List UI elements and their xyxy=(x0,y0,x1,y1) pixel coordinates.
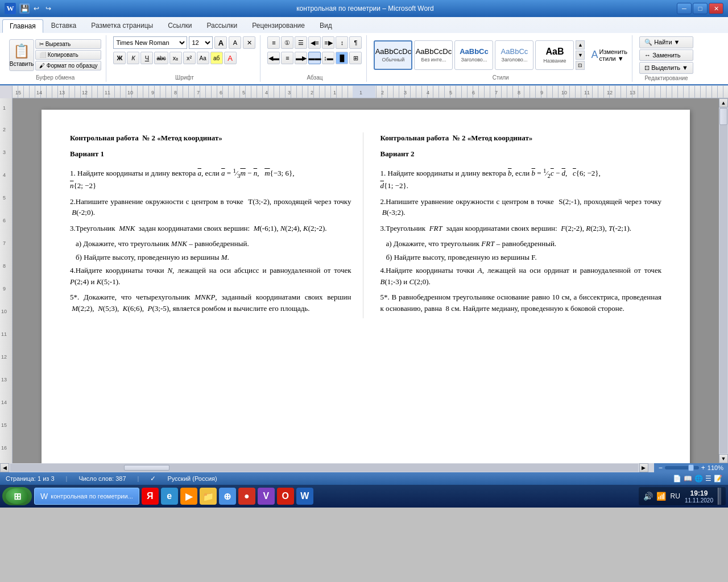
word-count[interactable]: Число слов: 387 xyxy=(78,475,126,482)
find-button[interactable]: 🔍 Найти ▼ xyxy=(639,36,693,48)
document-columns: Контрольная работа № 2 «Метод координат»… xyxy=(70,132,661,318)
line-spacing-button[interactable]: ↕▬ xyxy=(322,52,334,64)
clear-format-button[interactable]: ✕ xyxy=(243,36,255,49)
zoom-slider[interactable] xyxy=(665,466,699,469)
replace-button[interactable]: ↔ Заменить xyxy=(639,49,693,61)
increase-indent-button[interactable]: ≡▶ xyxy=(322,36,334,49)
borders-button[interactable]: ⊞ xyxy=(349,52,362,64)
show-marks-button[interactable]: ¶ xyxy=(349,36,362,49)
shading-button[interactable]: █ xyxy=(336,52,348,64)
scroll-h-thumb[interactable] xyxy=(124,465,169,471)
save-quick[interactable]: 💾 xyxy=(19,3,30,14)
tab-home[interactable]: Главная xyxy=(2,19,43,33)
font-color-button[interactable]: A xyxy=(224,52,237,64)
tab-review[interactable]: Рецензирование xyxy=(245,19,312,33)
style-no-interval-label: Без инте... xyxy=(421,57,446,63)
print-layout-button[interactable]: 📄 xyxy=(673,475,681,483)
minimize-button[interactable]: ─ xyxy=(677,3,692,14)
close-button[interactable]: ✕ xyxy=(709,3,723,14)
strikethrough-button[interactable]: аbc xyxy=(154,52,168,64)
app-icon-red[interactable]: ● xyxy=(238,488,255,505)
superscript-button[interactable]: x² xyxy=(183,52,196,64)
scroll-thumb[interactable] xyxy=(719,108,727,125)
taskbar-word-app[interactable]: W контрольная по геометрии... xyxy=(34,488,139,505)
chrome-icon[interactable]: ⊕ xyxy=(219,488,236,505)
svg-text:3: 3 xyxy=(3,149,6,155)
paste-button[interactable]: 📋 Вставить xyxy=(9,39,34,71)
media-player-icon[interactable]: ▶ xyxy=(180,488,197,505)
style-no-interval[interactable]: AaBbCcDc Без инте... xyxy=(414,40,453,70)
maximize-button[interactable]: □ xyxy=(693,3,708,14)
tab-insert[interactable]: Вставка xyxy=(44,19,84,33)
font-size-select[interactable]: 12 xyxy=(189,36,213,49)
web-layout-button[interactable]: 🌐 xyxy=(694,475,703,483)
decrease-indent-button[interactable]: ◀≡ xyxy=(308,36,321,49)
format-painter-button[interactable]: 🖌 Формат по образцу xyxy=(35,61,101,70)
italic-button[interactable]: К xyxy=(127,52,139,64)
font-group: Times New Roman 12 A A ✕ Ж К Ч аbc x₂ x² xyxy=(109,35,260,82)
justify-button[interactable]: ▬▬ xyxy=(308,52,321,64)
scroll-right-button[interactable]: ▶ xyxy=(639,463,648,472)
page-info[interactable]: Страница: 1 из 3 xyxy=(6,475,55,482)
ribbon-content: 📋 Вставить ✂ Вырезать ⬜ Копировать 🖌 Фор… xyxy=(0,33,728,85)
align-center-button[interactable]: ≡ xyxy=(281,52,293,64)
undo-quick[interactable]: ↩ xyxy=(31,3,42,14)
tab-page-layout[interactable]: Разметка страницы xyxy=(84,19,160,33)
multilevel-button[interactable]: ☰ xyxy=(295,36,307,49)
redo-quick[interactable]: ↪ xyxy=(43,3,53,14)
opera-icon[interactable]: O xyxy=(277,488,294,505)
tray-time[interactable]: 19:19 11.11.2020 xyxy=(685,489,713,504)
bullets-button[interactable]: ≡ xyxy=(267,36,280,49)
styles-scroll-up[interactable]: ▲ xyxy=(576,40,585,49)
network-icon[interactable]: 🔊 xyxy=(643,492,653,501)
language-indicator[interactable]: RU xyxy=(671,492,680,500)
styles-scroll-down[interactable]: ▼ xyxy=(576,51,585,60)
tab-mailings[interactable]: Рассылки xyxy=(200,19,244,33)
zoom-in-button[interactable]: + xyxy=(701,464,705,472)
volume-icon[interactable]: 📶 xyxy=(656,492,666,501)
style-heading2[interactable]: AaBbCc Заголово... xyxy=(495,40,533,70)
full-reading-button[interactable]: 📖 xyxy=(684,475,692,483)
underline-button[interactable]: Ч xyxy=(140,52,153,64)
style-heading1[interactable]: AaBbCc Заголово... xyxy=(454,40,493,70)
zoom-thumb[interactable] xyxy=(688,464,694,471)
explorer-icon[interactable]: 📁 xyxy=(200,488,217,505)
bold-button[interactable]: Ж xyxy=(113,52,126,64)
increase-font-button[interactable]: A xyxy=(214,36,227,49)
yandex-icon[interactable]: Я xyxy=(142,488,159,505)
word-taskbar-icon: W xyxy=(40,492,48,501)
numbering-button[interactable]: ① xyxy=(281,36,293,49)
scroll-up-button[interactable]: ▲ xyxy=(719,98,728,107)
subscript-button[interactable]: x₂ xyxy=(169,52,182,64)
show-desktop-button[interactable] xyxy=(718,488,721,505)
copy-button[interactable]: ⬜ Копировать xyxy=(35,50,101,60)
styles-more[interactable]: ⊡ xyxy=(576,61,585,70)
internet-explorer-icon[interactable]: e xyxy=(161,488,178,505)
start-button[interactable]: ⊞ xyxy=(2,487,32,505)
style-title[interactable]: AaB Название xyxy=(535,40,574,70)
style-normal[interactable]: AaBbCcDc Обычный xyxy=(374,40,412,70)
svg-text:9: 9 xyxy=(3,286,6,292)
tab-view[interactable]: Вид xyxy=(313,19,339,33)
select-button[interactable]: ⊡ Выделить ▼ xyxy=(639,62,693,74)
language[interactable]: Русский (Россия) xyxy=(167,475,217,482)
scroll-down-button[interactable]: ▼ xyxy=(719,454,728,463)
scroll-left-button[interactable]: ◀ xyxy=(0,463,9,472)
font-name-select[interactable]: Times New Roman xyxy=(113,36,187,49)
zoom-out-button[interactable]: − xyxy=(659,464,663,472)
decrease-font-button[interactable]: A xyxy=(229,36,241,49)
word-dock-icon[interactable]: W xyxy=(296,488,313,505)
ruler-corner xyxy=(0,86,13,98)
viber-icon[interactable]: V xyxy=(258,488,275,505)
cut-button[interactable]: ✂ Вырезать xyxy=(35,39,101,49)
sort-button[interactable]: ↕ xyxy=(336,36,348,49)
case-button[interactable]: Аа xyxy=(197,52,209,64)
draft-button[interactable]: 📝 xyxy=(714,475,722,483)
align-left-button[interactable]: ◀▬ xyxy=(267,52,280,64)
align-right-button[interactable]: ▬▶ xyxy=(295,52,307,64)
change-styles-button[interactable]: A Изменитьстили ▼ xyxy=(591,48,627,62)
tab-references[interactable]: Ссылки xyxy=(161,19,198,33)
outline-button[interactable]: ☰ xyxy=(705,475,712,483)
highlight-button[interactable]: аб xyxy=(210,52,223,64)
document-area[interactable]: Контрольная работа № 2 «Метод координат»… xyxy=(13,98,719,463)
